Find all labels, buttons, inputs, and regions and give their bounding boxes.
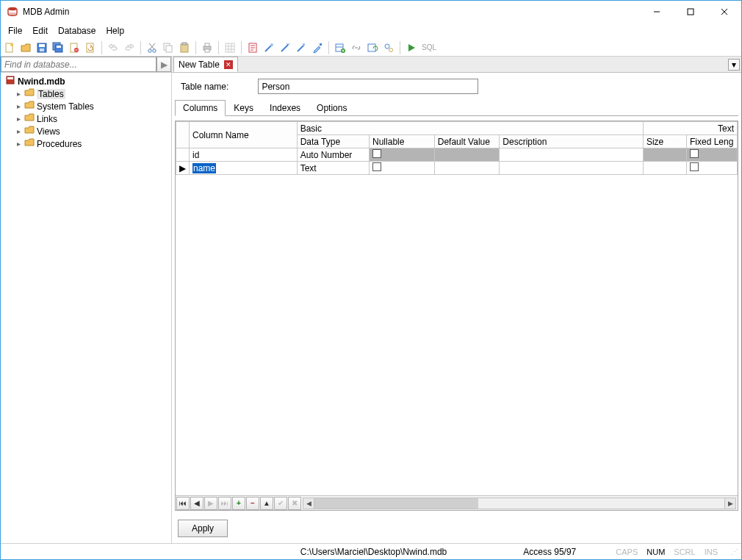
scroll-left-icon[interactable]: ◀ <box>303 498 314 509</box>
tb-table-refresh-icon[interactable] <box>365 40 380 55</box>
tab-options[interactable]: Options <box>309 100 355 116</box>
tab-indexes[interactable]: Indexes <box>262 100 309 116</box>
nav-first-button[interactable]: ⏮ <box>176 497 190 510</box>
minimize-button[interactable] <box>640 1 674 23</box>
menu-database[interactable]: Database <box>54 24 100 37</box>
tree-item-procedures[interactable]: ▸ Procedures <box>12 137 170 150</box>
tab-close-icon[interactable]: ✕ <box>224 60 233 69</box>
cell-size[interactable] <box>643 162 686 175</box>
svg-rect-28 <box>205 49 209 52</box>
row-marker <box>176 148 190 162</box>
nav-prev-button[interactable]: ◀ <box>190 497 203 510</box>
expand-icon[interactable]: ▸ <box>15 90 22 98</box>
app-window: MDB Admin File Edit Database Help <box>0 0 742 560</box>
cell-default[interactable] <box>434 148 500 162</box>
table-name-input[interactable] <box>258 79 478 94</box>
tab-keys[interactable]: Keys <box>226 100 262 116</box>
tree-label: Links <box>37 114 57 124</box>
tree-db-node[interactable]: Nwind.mdb <box>2 75 170 87</box>
tb-wand2-icon[interactable] <box>278 40 292 55</box>
tabs-dropdown-icon[interactable]: ▾ <box>728 59 740 71</box>
object-tree[interactable]: Nwind.mdb ▸ Tables ▸ System Tables ▸ Lin… <box>1 73 171 543</box>
expand-icon[interactable]: ▸ <box>15 127 22 135</box>
tb-run-icon[interactable] <box>404 40 419 55</box>
scroll-right-icon[interactable]: ▶ <box>724 498 736 509</box>
nav-edit-button[interactable]: ▲ <box>260 497 273 510</box>
hdr-default[interactable]: Default Value <box>434 135 500 148</box>
cell-data-type[interactable]: Auto Number <box>297 148 369 162</box>
hdr-description[interactable]: Description <box>500 135 644 148</box>
tb-grid-icon[interactable] <box>223 40 237 55</box>
cell-nullable[interactable] <box>370 162 435 175</box>
menu-file[interactable]: File <box>4 24 26 37</box>
cell-fixed-len[interactable] <box>687 148 738 162</box>
apply-button[interactable]: Apply <box>178 520 228 537</box>
cell-col-name[interactable]: id <box>190 148 298 162</box>
tb-save-icon[interactable] <box>35 40 49 55</box>
hdr-fixed-len[interactable]: Fixed Leng <box>687 135 738 148</box>
tb-open-icon[interactable] <box>18 40 33 55</box>
nav-add-button[interactable]: + <box>232 497 245 510</box>
search-input[interactable] <box>1 57 156 72</box>
tree-item-views[interactable]: ▸ Views <box>12 125 170 137</box>
nav-next-button[interactable]: ▶ <box>204 497 217 510</box>
cell-size[interactable] <box>643 148 686 162</box>
close-button[interactable] <box>707 1 741 23</box>
tb-new-icon[interactable] <box>2 40 17 55</box>
tree-item-links[interactable]: ▸ Links <box>12 112 170 125</box>
tree-item-system-tables[interactable]: ▸ System Tables <box>12 100 170 112</box>
tb-table-add-icon[interactable] <box>333 40 347 55</box>
hdr-size[interactable]: Size <box>643 135 686 148</box>
hdr-nullable[interactable]: Nullable <box>370 135 435 148</box>
search-go-button[interactable]: ▶ <box>156 57 171 72</box>
expand-icon[interactable]: ▸ <box>15 102 22 110</box>
tab-columns[interactable]: Columns <box>175 100 226 116</box>
hdr-column-name[interactable]: Column Name <box>190 122 298 148</box>
hdr-data-type[interactable]: Data Type <box>297 135 369 148</box>
tb-wand3-icon[interactable] <box>294 40 309 55</box>
tb-link-icon[interactable] <box>349 40 364 55</box>
tb-dropper-icon[interactable] <box>310 40 325 55</box>
cell-default[interactable] <box>434 162 500 175</box>
left-pane: ▶ Nwind.mdb ▸ Tables ▸ System Tables <box>1 57 172 543</box>
tb-script-icon[interactable] <box>245 40 260 55</box>
menu-help[interactable]: Help <box>101 24 129 37</box>
nav-last-button[interactable]: ⏭ <box>218 497 231 510</box>
table-row[interactable]: ▶ name Text <box>176 162 738 175</box>
tb-wand1-icon[interactable] <box>262 40 276 55</box>
svg-rect-42 <box>303 43 305 46</box>
status-scrl: SCRL <box>674 548 695 556</box>
tb-undo-icon[interactable] <box>106 40 120 55</box>
tb-refresh-db-icon[interactable] <box>83 40 98 55</box>
nav-delete-button[interactable]: − <box>246 497 259 510</box>
cell-description[interactable] <box>500 148 644 162</box>
table-row[interactable]: id Auto Number <box>176 148 738 162</box>
tb-cut-icon[interactable] <box>145 40 159 55</box>
cell-data-type[interactable]: Text <box>297 162 369 175</box>
doc-tab-new-table[interactable]: New Table ✕ <box>173 57 238 72</box>
svg-point-18 <box>148 49 151 51</box>
tb-paste-icon[interactable] <box>177 40 192 55</box>
svg-line-41 <box>298 45 304 51</box>
cell-nullable[interactable] <box>370 148 435 162</box>
cell-fixed-len[interactable] <box>687 162 738 175</box>
maximize-button[interactable] <box>674 1 707 23</box>
cell-description[interactable] <box>500 162 644 175</box>
nav-cancel-button[interactable]: ✖ <box>288 497 301 510</box>
tb-redo-icon[interactable] <box>122 40 137 55</box>
folder-icon <box>24 112 35 125</box>
resize-grip-icon[interactable]: ⋰ <box>727 548 737 556</box>
cell-col-name[interactable]: name <box>190 162 298 175</box>
menu-edit[interactable]: Edit <box>28 24 52 37</box>
tb-saveall-icon[interactable] <box>51 40 65 55</box>
tb-close-db-icon[interactable] <box>67 40 82 55</box>
tb-copy-icon[interactable] <box>161 40 176 55</box>
expand-icon[interactable]: ▸ <box>15 140 22 148</box>
nav-ok-button[interactable]: ✔ <box>274 497 287 510</box>
expand-icon[interactable]: ▸ <box>15 115 22 123</box>
tb-gears-icon[interactable] <box>381 40 396 55</box>
tree-item-tables[interactable]: ▸ Tables <box>12 87 170 100</box>
grid-hscrollbar[interactable]: ◀ ▶ <box>303 498 736 509</box>
tb-print-icon[interactable] <box>200 40 215 55</box>
grid-navigator: ⏮ ◀ ▶ ⏭ + − ▲ ✔ ✖ ◀ ▶ <box>176 495 738 510</box>
